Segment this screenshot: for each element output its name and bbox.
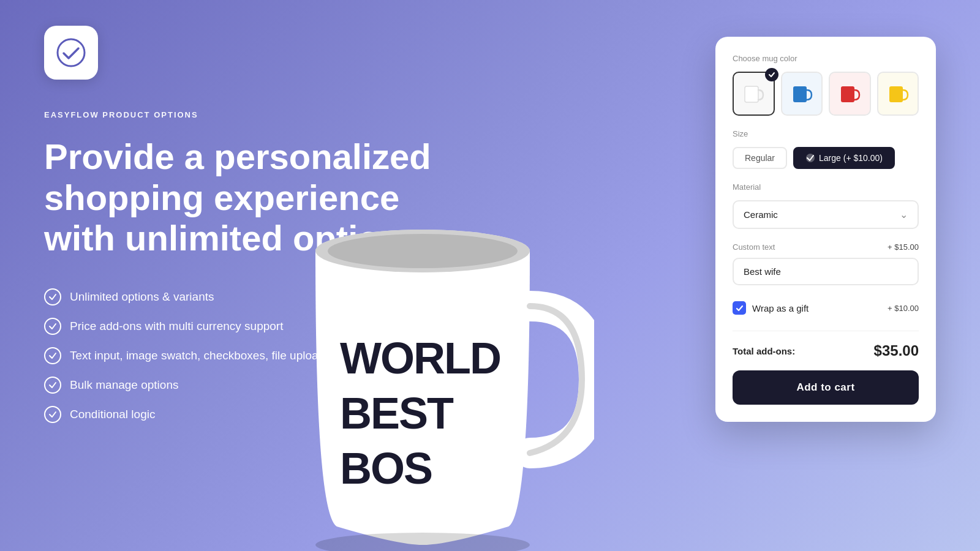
product-card: Choose mug color — [715, 37, 936, 422]
gift-label: Wrap as a gift — [752, 303, 809, 313]
total-label: Total add-ons: — [733, 346, 795, 356]
feature-label-1: Unlimited options & variants — [70, 290, 214, 304]
gift-checkbox[interactable] — [733, 301, 746, 315]
divider — [733, 331, 919, 331]
svg-rect-11 — [889, 86, 903, 102]
swatch-blue[interactable] — [781, 72, 823, 116]
gift-check-icon — [736, 304, 744, 312]
material-selected-value: Ceramic — [744, 209, 778, 220]
color-section-label: Choose mug color — [733, 54, 919, 63]
yellow-mug-icon — [884, 80, 911, 107]
mug-illustration: WORLD BEST BOS — [233, 61, 649, 551]
mug-svg: WORLD BEST BOS — [288, 184, 594, 551]
svg-point-0 — [58, 39, 85, 66]
size-section-label: Size — [733, 129, 919, 138]
svg-text:BEST: BEST — [340, 389, 454, 438]
total-price: $35.00 — [874, 342, 919, 359]
size-check-icon — [805, 153, 815, 163]
size-large-label: Large (+ $10.00) — [819, 153, 883, 163]
svg-point-7 — [315, 533, 530, 551]
check-icon-3 — [44, 347, 61, 364]
svg-rect-9 — [793, 86, 807, 102]
swatch-red[interactable] — [829, 72, 871, 116]
size-btn-regular[interactable]: Regular — [733, 147, 787, 169]
swatch-yellow[interactable] — [877, 72, 919, 116]
custom-text-addon: + $15.00 — [888, 242, 919, 252]
material-section: Material Ceramic ⌄ — [733, 182, 919, 229]
gift-section: Wrap as a gift + $10.00 — [733, 299, 919, 317]
custom-text-row: Custom text + $15.00 — [733, 242, 919, 252]
svg-rect-10 — [841, 86, 854, 102]
material-dropdown[interactable]: Ceramic ⌄ — [733, 200, 919, 229]
svg-text:WORLD: WORLD — [340, 334, 500, 383]
custom-text-section: Custom text + $15.00 — [733, 242, 919, 285]
feature-label-5: Conditional logic — [70, 408, 155, 421]
check-icon-4 — [44, 377, 61, 394]
gift-addon: + $10.00 — [888, 304, 919, 313]
white-mug-icon — [740, 80, 767, 107]
color-swatches — [733, 72, 919, 116]
add-to-cart-button[interactable]: Add to cart — [733, 370, 919, 405]
material-section-label: Material — [733, 182, 919, 192]
size-section: Size Regular Large (+ $10.00) — [733, 129, 919, 169]
total-row: Total add-ons: $35.00 — [733, 342, 919, 359]
swatch-white[interactable] — [733, 72, 775, 116]
red-mug-icon — [836, 80, 863, 107]
blue-mug-icon — [788, 80, 815, 107]
logo-container — [44, 26, 98, 80]
custom-text-label: Custom text — [733, 242, 775, 252]
chevron-down-icon: ⌄ — [900, 209, 908, 220]
custom-text-input[interactable] — [733, 258, 919, 285]
feature-label-4: Bulk manage options — [70, 378, 178, 392]
check-icon-5 — [44, 406, 61, 423]
gift-left: Wrap as a gift — [733, 301, 809, 315]
swatch-check-white — [765, 68, 778, 81]
svg-rect-8 — [745, 86, 758, 102]
check-icon-2 — [44, 318, 61, 335]
size-options: Regular Large (+ $10.00) — [733, 147, 919, 169]
svg-point-3 — [328, 234, 518, 268]
size-btn-large[interactable]: Large (+ $10.00) — [793, 147, 895, 169]
check-icon-1 — [44, 288, 61, 305]
svg-text:BOS: BOS — [340, 444, 432, 493]
logo-icon — [56, 37, 86, 68]
